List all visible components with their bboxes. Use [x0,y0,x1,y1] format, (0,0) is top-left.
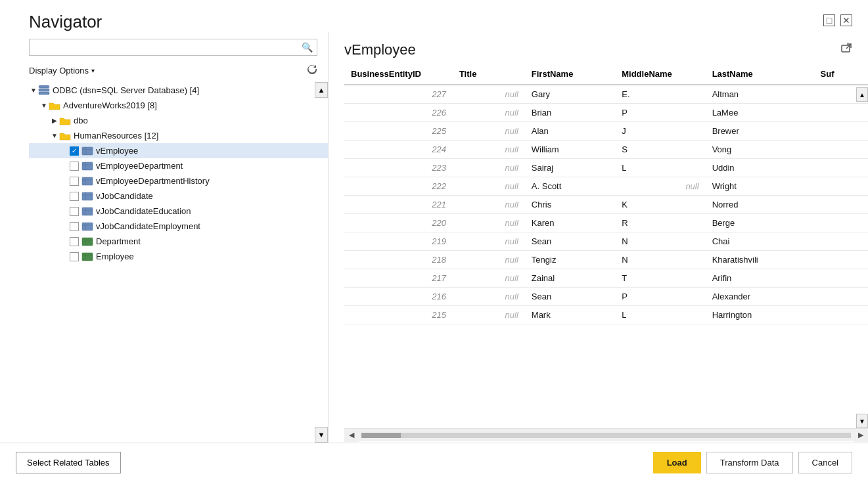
vemployeedepthistory-label: vEmployeeDepartmentHistory [96,176,210,186]
view-icon [81,162,93,171]
data-table-body: 227nullGaryE.Altman226nullBrianPLaMee225… [344,85,868,324]
svg-rect-6 [82,162,93,170]
table-row: 226nullBrianPLaMee [344,104,868,122]
vemployee-checkbox[interactable]: ✓ [70,146,79,156]
display-options-label: Display Options [29,66,89,76]
vemployeedepthistory-checkbox[interactable] [70,177,79,186]
vjobcandidateeducation-label: vJobCandidateEducation [96,206,191,216]
tree-item-vemployeedepartment[interactable]: vEmployeeDepartment [29,158,328,173]
view-icon [81,207,93,216]
table-row: 227nullGaryE.Altman [344,85,868,104]
svg-rect-24 [82,253,93,261]
chevron-down-icon: ▾ [91,67,95,74]
transform-data-button[interactable]: Transform Data [706,452,793,473]
odbc-label: ODBC (dsn=SQL Server Database) [4] [53,85,199,95]
load-button[interactable]: Load [653,452,701,473]
preview-refresh-button[interactable] [840,43,852,57]
scrollbar-track[interactable] [361,433,851,438]
tree-scroll-down-button[interactable]: ▼ [315,427,328,443]
table-row: 224nullWilliamSVong [344,141,868,159]
vemployeedepartment-checkbox[interactable] [70,162,79,171]
table-row: 222nullA. ScottnullWright [344,177,868,196]
window-controls: □ ✕ [823,12,852,26]
tree-item-odbc[interactable]: ▼ ODBC (dsn=SQL Server Database) [4] [29,82,328,98]
title-bar: Navigator □ ✕ [0,0,868,32]
tree-item-vemployee[interactable]: ✓ vEmployee [29,143,328,158]
humanresources-label: HumanResources [12] [74,131,158,141]
tree-item-department[interactable]: Department [29,234,328,249]
table-scroll-down-button[interactable]: ▼ [856,414,868,428]
tree-item-vjobcandidate[interactable]: vJobCandidate [29,188,328,204]
table-wrapper: BusinessEntityID Title FirstName MiddleN… [344,64,868,443]
vemployeedepartment-label: vEmployeeDepartment [96,161,183,171]
svg-rect-9 [82,177,93,185]
col-header-firstname: FirstName [525,64,615,85]
database-icon [38,85,50,95]
close-button[interactable]: ✕ [840,14,852,26]
scrollbar-thumb[interactable] [361,433,401,438]
view-icon [81,222,93,231]
preview-title: vEmployee [344,41,416,58]
maximize-button[interactable]: □ [823,14,835,26]
svg-rect-12 [82,192,93,200]
collapse-arrow-icon: ▼ [39,102,49,109]
table-row: 225nullAlanJBrewer [344,122,868,141]
col-header-title: Title [453,64,525,85]
vjobcandidateemployment-label: vJobCandidateEmployment [96,221,200,231]
scroll-left-button[interactable]: ◀ [344,429,359,442]
navigator-dialog: Navigator □ ✕ 🔍 Display Options ▾ [0,0,868,482]
department-label: Department [96,236,141,246]
refresh-icon [307,64,317,74]
table-scroll-up-button[interactable]: ▲ [856,87,868,102]
svg-line-28 [846,44,851,49]
footer: Select Related Tables Load Transform Dat… [0,443,868,482]
collapse-arrow-icon: ▼ [50,132,59,139]
table-row: 219nullSeanNChai [344,232,868,251]
tree-item-dbo[interactable]: ▶ dbo [29,113,328,128]
table-row: 223nullSairajLUddin [344,159,868,177]
table-row: 217nullZainalTArifin [344,269,868,288]
preview-header: vEmployee [329,39,868,64]
svg-rect-18 [82,223,93,230]
tree-container: ▼ ODBC (dsn=SQL Server Database) [4] ▼ [0,82,328,443]
employee-checkbox[interactable] [70,252,79,261]
col-header-suffix: Suf [814,64,868,85]
refresh-button[interactable] [307,64,317,77]
table-row: 220nullKarenRBerge [344,214,868,232]
tree-scroll-up-button[interactable]: ▲ [315,82,328,98]
tree-item-vjobcandidateeducation[interactable]: vJobCandidateEducation [29,204,328,219]
vjobcandidateeducation-checkbox[interactable] [70,207,79,216]
tree-item-humanresources[interactable]: ▼ HumanResources [12] [29,128,328,143]
tree-item-adventureworks[interactable]: ▼ AdventureWorks2019 [8] [29,98,328,113]
col-header-lastname: LastName [706,64,814,85]
department-checkbox[interactable] [70,237,79,246]
main-content: 🔍 Display Options ▾ ▼ [0,32,868,443]
cancel-button[interactable]: Cancel [798,452,852,473]
dialog-title: Navigator [29,12,102,32]
search-input[interactable] [34,43,302,53]
table-scroll-area[interactable]: 227nullGaryE.Altman226nullBrianPLaMee225… [344,85,868,424]
scroll-right-button[interactable]: ▶ [854,429,868,442]
select-related-tables-button[interactable]: Select Related Tables [16,452,121,473]
tree-scroll[interactable]: ▼ ODBC (dsn=SQL Server Database) [4] ▼ [0,82,328,443]
view-icon [81,146,93,156]
display-options-bar: Display Options ▾ [0,61,328,79]
vemployee-label: vEmployee [96,146,138,156]
collapse-arrow-icon: ▼ [29,87,38,94]
vjobcandidate-checkbox[interactable] [70,192,79,201]
display-options-button[interactable]: Display Options ▾ [29,66,95,76]
table-header-row: BusinessEntityID Title FirstName MiddleN… [344,64,868,85]
table-icon [81,252,93,261]
data-table: BusinessEntityID Title FirstName MiddleN… [344,64,868,85]
tree-item-vjobcandidateemployment[interactable]: vJobCandidateEmployment [29,219,328,234]
tree-item-employee[interactable]: Employee [29,249,328,264]
svg-rect-1 [39,89,49,91]
table-row: 215nullMarkLHarrington [344,306,868,324]
svg-rect-15 [82,208,93,215]
right-panel: vEmployee BusinessEntityID [329,32,868,443]
table-row: 216nullSeanPAlexander [344,288,868,306]
folder-icon [59,131,71,141]
table-row: 221nullChrisKNorred [344,196,868,214]
vjobcandidateemployment-checkbox[interactable] [70,222,79,231]
tree-item-vemployeedepthistory[interactable]: vEmployeeDepartmentHistory [29,173,328,188]
